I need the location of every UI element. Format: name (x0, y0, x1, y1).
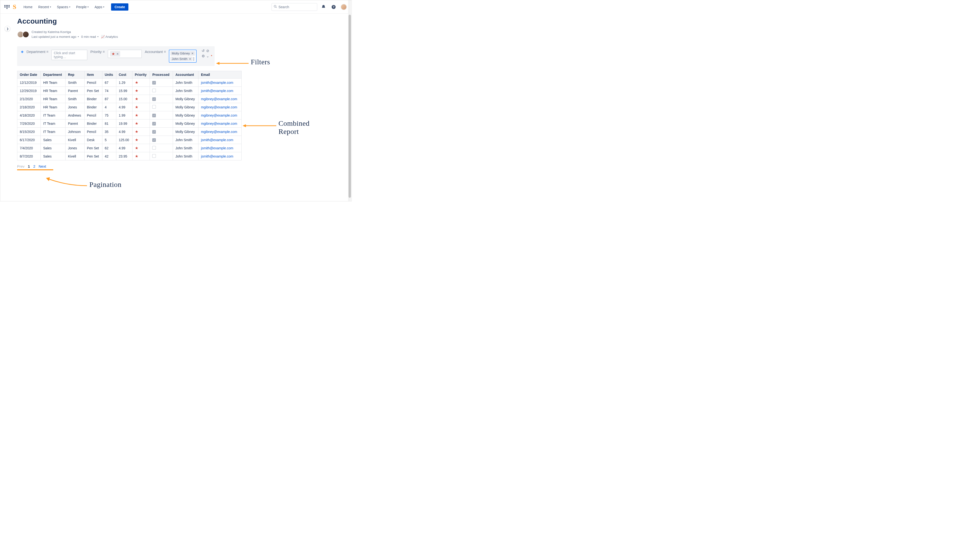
filter-department-label: Department = (27, 50, 48, 54)
processed-checkbox[interactable]: ✓ (152, 81, 156, 85)
filter-priority-input[interactable]: ★✕ (108, 50, 142, 58)
pagination: Prev 1 2 Next (17, 164, 352, 168)
author-link[interactable]: Katerina Kovriga (48, 30, 71, 34)
accountant-cell: John Smith (173, 87, 198, 95)
column-header: Accountant (173, 71, 198, 78)
pagination-next[interactable]: Next (39, 164, 46, 168)
table-cell: 4.99 (117, 103, 132, 111)
processed-cell (150, 103, 173, 111)
email-link[interactable]: mgibney@example.com (201, 122, 237, 125)
email-cell: mgibney@example.com (198, 95, 242, 103)
table-cell: Sales (41, 136, 65, 144)
filter-priority-chip[interactable]: ★✕ (110, 51, 120, 57)
table-cell: 42 (102, 152, 116, 160)
email-link[interactable]: jsmith@example.com (201, 154, 233, 158)
chevron-down-icon[interactable]: ⌄ (206, 54, 209, 58)
analytics-icon: 📈 (101, 35, 105, 38)
email-cell: mgibney@example.com (198, 103, 242, 111)
search-icon (274, 5, 277, 9)
processed-checkbox[interactable]: ✓ (152, 138, 156, 142)
cancel-icon[interactable]: ⊘ (206, 48, 209, 53)
chevron-down-icon: ▾ (103, 5, 104, 8)
table-cell: 19.99 (117, 120, 132, 128)
email-cell: mgibney@example.com (198, 120, 242, 128)
table-cell: Parent (65, 120, 85, 128)
chevron-down-icon: ▾ (87, 5, 88, 8)
nav-people[interactable]: People▾ (74, 3, 91, 10)
nav-spaces[interactable]: Spaces▾ (55, 3, 73, 10)
star-icon: ★ (112, 52, 115, 56)
filter-accountant-input[interactable]: Molly Gibney✕ John Smith✕ (169, 50, 197, 63)
filter-accountant-chip[interactable]: Molly Gibney✕ (170, 51, 195, 56)
analytics-link[interactable]: Analytics (105, 35, 118, 38)
processed-checkbox[interactable]: ✓ (152, 97, 156, 101)
table-cell: 4/18/2020 (17, 111, 41, 120)
help-icon[interactable]: ? (330, 3, 338, 11)
email-link[interactable]: jsmith@example.com (201, 138, 233, 142)
table-cell: 4.99 (117, 144, 132, 152)
nav-apps[interactable]: Apps▾ (92, 3, 107, 10)
processed-checkbox[interactable]: ✓ (152, 130, 156, 134)
email-cell: jsmith@example.com (198, 136, 242, 144)
table-cell: 7/29/2020 (17, 120, 41, 128)
table-row: 12/12/2019HR TeamSmithPencil671.29★✓John… (17, 78, 242, 87)
table-cell: 1.99 (117, 111, 132, 120)
nav-recent[interactable]: Recent▾ (36, 3, 53, 10)
filter-department-input[interactable]: Click and start typing… (51, 50, 87, 60)
accountant-cell: Molly Gibney (173, 128, 198, 136)
remove-chip-icon[interactable]: ✕ (189, 57, 191, 61)
email-link[interactable]: jsmith@example.com (201, 81, 233, 85)
processed-cell: ✓ (150, 111, 173, 120)
table-cell: 12/29/2019 (17, 87, 41, 95)
table-cell: Smith (65, 78, 85, 87)
pagination-prev: Prev (17, 164, 25, 168)
email-link[interactable]: mgibney@example.com (201, 97, 237, 101)
table-cell: Smith (65, 95, 85, 103)
remove-chip-icon[interactable]: ✕ (117, 52, 119, 56)
app-switcher-icon[interactable] (4, 4, 10, 10)
profile-avatar[interactable] (340, 3, 348, 11)
notifications-icon[interactable] (320, 3, 327, 11)
email-link[interactable]: mgibney@example.com (201, 105, 237, 109)
accountant-cell: Molly Gibney (173, 111, 198, 120)
processed-checkbox[interactable]: ✓ (152, 114, 156, 117)
processed-checkbox[interactable] (152, 105, 156, 108)
annotation-filters: Filters (251, 58, 270, 66)
table-cell: 2/1/2020 (17, 95, 41, 103)
nav-home[interactable]: Home (21, 3, 35, 10)
search-input[interactable]: Search (272, 3, 317, 11)
undo-icon[interactable]: ↺ (202, 48, 205, 53)
table-cell: 6/17/2020 (17, 136, 41, 144)
create-button[interactable]: Create (111, 3, 128, 11)
svg-text:?: ? (333, 5, 334, 8)
table-cell: 75 (102, 111, 116, 120)
email-link[interactable]: mgibney@example.com (201, 113, 237, 117)
processed-checkbox[interactable] (152, 146, 156, 150)
table-cell: Binder (84, 103, 102, 111)
filter-accountant-chip[interactable]: John Smith✕ (170, 57, 193, 61)
table-row: 8/15/2020IT TeamJohnsonPencil354.99★✓Mol… (17, 128, 242, 136)
table-cell: 7/4/2020 (17, 144, 41, 152)
remove-chip-icon[interactable]: ✕ (191, 52, 194, 55)
priority-cell: ★ (132, 103, 150, 111)
email-link[interactable]: jsmith@example.com (201, 89, 233, 93)
table-cell: 23.95 (117, 152, 132, 160)
product-logo[interactable]: S (13, 3, 16, 11)
table-cell: 81 (102, 120, 116, 128)
table-cell: 67 (102, 78, 116, 87)
star-icon: ★ (135, 105, 138, 109)
processed-checkbox[interactable]: ✓ (152, 122, 156, 125)
gear-icon[interactable]: ⚙ (202, 54, 205, 58)
processed-checkbox[interactable] (152, 88, 156, 92)
email-link[interactable]: jsmith@example.com (201, 146, 233, 150)
pagination-page-2[interactable]: 2 (33, 164, 35, 168)
priority-cell: ★ (132, 120, 150, 128)
processed-cell: ✓ (150, 120, 173, 128)
processed-checkbox[interactable] (152, 154, 156, 158)
priority-cell: ★ (132, 87, 150, 95)
star-icon: ★ (135, 88, 138, 93)
accountant-cell: John Smith (173, 152, 198, 160)
email-link[interactable]: mgibney@example.com (201, 130, 237, 134)
contributor-avatar[interactable] (22, 31, 29, 38)
accountant-cell: John Smith (173, 136, 198, 144)
